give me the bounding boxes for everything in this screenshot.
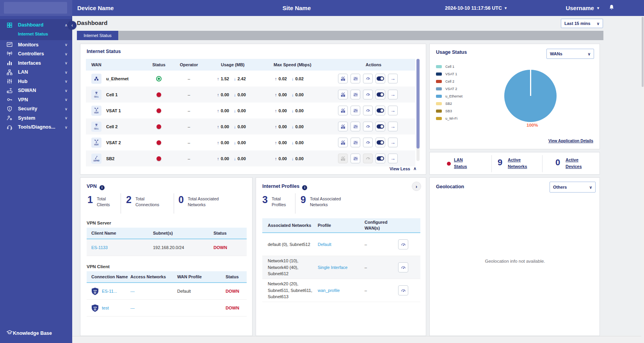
connection-name-link[interactable]: test [102,306,109,310]
view-less-button[interactable]: View Less ∧ [390,166,416,171]
sidebar-item-internet-status[interactable]: Internet Status [0,30,72,38]
details-arrow-button[interactable]: → [388,154,398,163]
speedtest-button[interactable] [363,138,373,147]
table-scrollbar[interactable] [416,59,420,161]
geolocation-filter-select[interactable]: Others ∨ [550,182,596,193]
chevron-down-icon: ∨ [65,61,68,65]
chevron-down-icon: ▾ [505,6,507,10]
user-menu[interactable]: Username ▾ [566,0,599,16]
legend-item: SB2 [436,100,463,107]
chevron-down-icon: ▾ [597,6,599,10]
sidebar-item-monitors[interactable]: Monitors ∨ [0,40,72,50]
lan-status-link[interactable]: LAN Status [454,157,476,170]
sidebar-collapse-button[interactable]: ‹ [68,21,76,30]
top-bar: Device Name Site Name 2024-10-10 11:17:5… [0,0,644,16]
sidebar-item-interfaces[interactable]: Interfaces ∨ [0,58,72,68]
vertical-scrollbar[interactable] [641,16,644,343]
status-disconnected-indicator [157,124,161,129]
bell-icon [608,4,615,12]
timestamp-dropdown[interactable]: 2024-10-10 11:17:56 UTC ▾ [445,0,507,16]
enable-toggle[interactable] [375,138,385,147]
speedtest-button[interactable] [363,74,373,83]
sidebar-item-hub[interactable]: Hub ∨ [0,77,72,86]
details-arrow-button[interactable]: → [388,74,398,83]
sidebar-item-lan[interactable]: LAN ∨ [0,68,72,77]
sidebar-item-system[interactable]: System ∨ [0,113,72,123]
legend-item: Cell 1 [436,63,463,70]
connection-name-link[interactable]: ES-11... [102,289,117,293]
antenna-icon [6,51,18,57]
time-range-select[interactable]: Last 15 mins ∨ [561,19,603,28]
client-name-link[interactable]: ES-1133 [87,245,153,250]
usage-chart-button[interactable] [338,106,348,115]
profile-link[interactable]: Single Interface [318,265,365,270]
graduation-cap-icon [6,329,13,338]
usage-chart-button[interactable] [338,90,348,99]
knowledge-base-link[interactable]: Knowledge Base [0,328,78,338]
speedtest-button[interactable] [398,239,408,249]
info-icon[interactable]: i [100,185,105,190]
profile-link[interactable]: Default [318,242,365,247]
sidebar-item-controllers[interactable]: Controllers ∨ [0,50,72,59]
speedtest-button [363,154,373,163]
usage-chart-button[interactable] [338,122,348,131]
tab-internet-status[interactable]: Internet Status [77,31,118,40]
pie-percentage-label: 100% [527,123,538,127]
configure-button[interactable] [350,154,360,163]
status-disconnected-indicator [157,156,161,161]
enable-toggle[interactable] [375,122,385,131]
details-arrow-button[interactable]: → [388,122,398,131]
speedtest-button[interactable] [363,106,373,115]
sidebar-item-dashboard[interactable]: Dashboard ∧ [0,20,72,30]
details-arrow-button[interactable]: → [388,138,398,147]
speedtest-button[interactable] [363,90,373,99]
usage-chart-button[interactable] [338,74,348,83]
sidebar-item-tools[interactable]: Tools/Diagnos... ∨ [0,123,72,132]
speedtest-button[interactable] [398,285,408,295]
expand-panel-button[interactable]: › [412,182,421,191]
details-arrow-button[interactable]: → [388,106,398,115]
configure-button[interactable] [350,74,360,83]
sidebar-item-sdwan[interactable]: SDWAN ∨ [0,86,72,95]
page-title: Dashboard [77,19,107,26]
enable-toggle[interactable] [375,106,385,115]
headset-icon [6,124,18,131]
chevron-down-icon: ∨ [65,107,68,111]
enable-toggle[interactable] [375,90,385,99]
notifications-button[interactable] [608,0,615,16]
usage-filter-select[interactable]: WANs ∨ [546,49,594,59]
details-arrow-button[interactable]: → [388,90,398,99]
sidebar-item-vpn[interactable]: VPN ∨ [0,95,72,104]
speedtest-button[interactable] [398,262,408,272]
horizontal-scrollbar[interactable] [72,336,644,343]
configure-button[interactable] [350,138,360,147]
usage-chart-button [338,154,348,163]
speedtest-button[interactable] [363,122,373,131]
tab-strip: Internet Status [77,31,603,40]
configure-button[interactable] [350,122,360,131]
lan-summary-panel: LAN Status 9 Active Networks 0 Active De… [429,152,600,175]
status-disconnected-indicator [157,108,161,113]
profile-link[interactable]: wan_profile [318,288,365,293]
view-application-details-link[interactable]: View Application Details [548,139,593,143]
usage-status-panel: Usage Status WANs ∨ Cell 1 VSAT 1 Cell 2… [429,44,600,149]
legend-item: VSAT 1 [436,70,463,78]
enable-toggle[interactable] [375,74,385,83]
active-networks-count: 9 [498,157,502,168]
status-badge: DOWN [213,245,247,250]
status-disconnected-indicator [157,92,161,97]
upload-icon: ↑ [275,76,277,81]
active-networks-link[interactable]: Active Networks [508,157,534,170]
active-devices-link[interactable]: Active Devices [566,157,587,170]
enable-toggle[interactable] [375,154,385,163]
sidebar-item-security[interactable]: Security ∨ [0,104,72,114]
configure-button[interactable] [350,106,360,115]
profiles-table: Associated Networks Profile Configured W… [262,218,420,302]
status-disconnected-indicator [157,140,161,145]
info-icon[interactable]: i [302,185,307,190]
chevron-down-icon: ∨ [65,88,68,93]
configure-button[interactable] [350,90,360,99]
usage-chart-button[interactable] [338,138,348,147]
geolocation-panel: Geolocation Others ∨ Geolocation info no… [429,177,600,336]
profiles-header: Associated Networks Profile Configured W… [262,218,420,233]
